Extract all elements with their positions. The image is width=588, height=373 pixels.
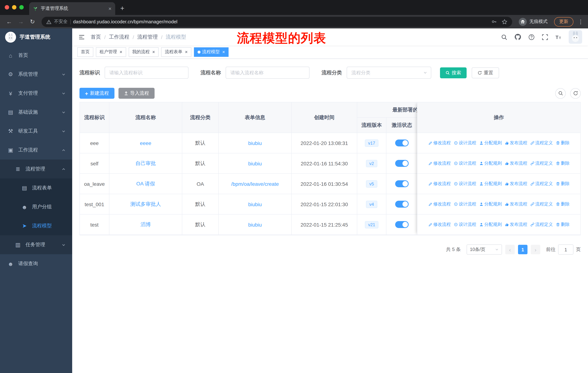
edit-action-link[interactable]: 修改流程 [428,181,451,187]
reload-icon[interactable]: ↻ [28,18,37,25]
definition-action-link[interactable]: 流程定义 [530,140,553,146]
search-button[interactable]: 搜索 [440,67,467,78]
sidebar-item-infrastructure[interactable]: ▤基础设施 [0,103,72,122]
current-page-button[interactable]: 1 [518,245,527,254]
edit-action-link[interactable]: 修改流程 [428,222,451,228]
sidebar-item-system-management[interactable]: ⚙系统管理 [0,65,72,84]
tag-item[interactable]: 流程表单× [161,47,191,57]
url-text[interactable]: dashboard.yudao.iocoder.cn/bpm/manager/m… [73,19,489,24]
edit-action-link[interactable]: 修改流程 [428,140,451,146]
sidebar-item-process-management[interactable]: ≣流程管理 [0,160,72,179]
close-icon[interactable]: × [120,50,122,54]
browser-menu-icon[interactable]: ⋮ [578,18,584,25]
security-label[interactable]: 不安全 [54,19,68,25]
tag-active[interactable]: 流程模型× [194,47,229,57]
design-action-link[interactable]: 设计流程 [454,181,476,187]
sidebar-item-process-form[interactable]: ▤流程表单 [0,179,72,197]
close-icon[interactable]: × [152,50,155,54]
delete-action-link[interactable]: 删除 [556,140,570,146]
close-window-button[interactable] [5,5,9,10]
tag-item[interactable]: 首页 [77,47,93,57]
form-info-link[interactable]: biubiu [248,161,262,166]
process-name-link[interactable]: eeee [140,140,151,146]
sidebar-item-leave-query[interactable]: ☻请假查询 [0,254,72,273]
form-info-link[interactable]: biubiu [248,222,262,227]
active-toggle[interactable] [395,180,409,187]
user-avatar[interactable] [569,30,582,44]
name-input[interactable] [226,67,309,79]
breadcrumb-item[interactable]: 首页 [91,34,101,40]
fullscreen-icon[interactable] [542,34,548,40]
definition-action-link[interactable]: 流程定义 [530,222,553,228]
active-toggle[interactable] [395,140,409,146]
sidebar-item-workflow[interactable]: ▣工作流程 [0,141,72,160]
sidebar-item-payment-management[interactable]: ¥支付管理 [0,84,72,103]
page-size-select[interactable]: 10条/页 [467,244,502,255]
publish-action-link[interactable]: 发布流程 [505,222,527,228]
edit-action-link[interactable]: 修改流程 [428,160,451,166]
active-toggle[interactable] [395,160,409,167]
sidebar-item-task-management[interactable]: ▥任务管理 [0,235,72,254]
bookmark-star-icon[interactable] [502,19,507,25]
zoom-window-button[interactable] [19,5,24,10]
delete-action-link[interactable]: 删除 [556,181,570,187]
help-icon[interactable] [528,34,535,40]
delete-action-link[interactable]: 删除 [556,160,570,166]
process-name-link[interactable]: 自己审批 [136,160,156,167]
new-tab-button[interactable]: + [120,5,124,12]
publish-action-link[interactable]: 发布流程 [505,160,527,166]
minimize-window-button[interactable] [12,5,16,10]
design-action-link[interactable]: 设计流程 [454,201,476,207]
search-icon[interactable] [501,34,507,40]
prev-page-button[interactable]: ‹ [505,245,515,254]
update-browser-button[interactable]: 更新 [554,17,573,26]
password-key-icon[interactable] [491,19,497,24]
toggle-search-button[interactable] [555,88,566,99]
tag-item[interactable]: 我的流程× [128,47,158,57]
assign-action-link[interactable]: 分配规则 [479,201,502,207]
reset-button[interactable]: 重置 [472,67,499,78]
collapse-sidebar-icon[interactable] [78,33,85,40]
publish-action-link[interactable]: 发布流程 [505,181,527,187]
publish-action-link[interactable]: 发布流程 [505,140,527,146]
close-icon[interactable]: × [222,50,225,54]
sidebar-item-home[interactable]: ⌂首页 [0,46,72,65]
active-toggle[interactable] [395,201,409,208]
create-process-button[interactable]: + 新建流程 [79,88,115,99]
address-bar[interactable]: 不安全 dashboard.yudao.iocoder.cn/bpm/manag… [42,17,512,27]
process-name-link[interactable]: 测试多审批人 [130,201,161,207]
edit-action-link[interactable]: 修改流程 [428,201,451,207]
assign-action-link[interactable]: 分配规则 [479,160,502,166]
sidebar-item-process-model[interactable]: ➤流程模型 [0,216,72,235]
sidebar-item-devtools[interactable]: ⚒研发工具 [0,122,72,141]
goto-page-input[interactable] [558,244,573,255]
close-icon[interactable]: × [185,50,188,54]
process-name-link[interactable]: 滔博 [141,221,151,228]
design-action-link[interactable]: 设计流程 [454,222,476,228]
definition-action-link[interactable]: 流程定义 [530,201,553,207]
identifier-input[interactable] [105,67,189,79]
sidebar-item-user-group[interactable]: ☻用户分组 [0,197,72,216]
font-size-icon[interactable]: TT [555,34,562,40]
process-name-link[interactable]: OA 请假 [136,181,155,187]
tab-close-icon[interactable]: × [108,6,112,11]
assign-action-link[interactable]: 分配规则 [479,222,502,228]
design-action-link[interactable]: 设计流程 [454,160,476,166]
definition-action-link[interactable]: 流程定义 [530,160,553,166]
back-icon[interactable]: ← [4,18,14,25]
assign-action-link[interactable]: 分配规则 [479,140,502,146]
form-info-link[interactable]: /bpm/oa/leave/create [231,181,279,187]
next-page-button[interactable]: › [531,245,540,254]
browser-tab[interactable]: 芋道管理系统 × [29,2,115,15]
breadcrumb-item[interactable]: 流程管理 [137,34,158,40]
publish-action-link[interactable]: 发布流程 [505,201,527,207]
import-process-button[interactable]: 导入流程 [118,88,155,99]
tag-item[interactable]: 租户管理× [96,47,126,57]
github-icon[interactable] [514,33,521,40]
category-select[interactable]: 流程分类 [347,67,431,79]
active-toggle[interactable] [395,221,409,228]
definition-action-link[interactable]: 流程定义 [530,181,553,187]
form-info-link[interactable]: biubiu [248,201,262,207]
design-action-link[interactable]: 设计流程 [454,140,476,146]
breadcrumb-item[interactable]: 工作流程 [109,34,129,40]
